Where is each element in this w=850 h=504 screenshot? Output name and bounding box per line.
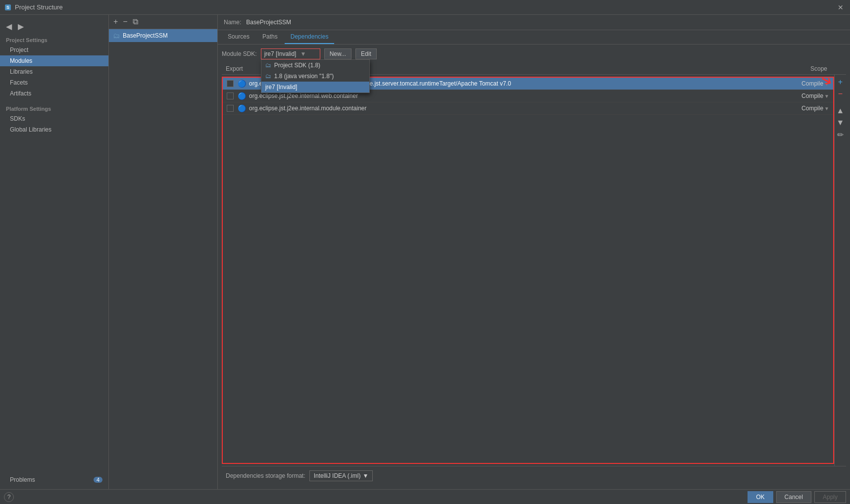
bottom-right: OK Cancel Apply	[748, 491, 846, 503]
back-button[interactable]: ◀	[4, 21, 14, 32]
dep-checkbox-1[interactable]	[227, 92, 234, 99]
sdk-row: Module SDK: jre7 [Invalid] ▼ 🗂 Project S…	[222, 48, 846, 59]
chevron-down-icon: ▼	[300, 50, 306, 57]
project-settings-label: Project Settings	[0, 34, 108, 45]
right-toolbar: + − ▲ ▼ ✏	[834, 75, 846, 466]
module-entry-baseprojectssm[interactable]: 🗂 BaseProjectSSM	[109, 29, 217, 42]
storage-dropdown-arrow: ▼	[362, 472, 368, 479]
tab-sources[interactable]: Sources	[222, 30, 255, 44]
dependencies-content: Module SDK: jre7 [Invalid] ▼ 🗂 Project S…	[218, 45, 850, 489]
edit-sdk-button[interactable]: Edit	[355, 48, 377, 59]
name-row: Name: BaseProjectSSM	[218, 15, 850, 30]
copy-module-button[interactable]: ⧉	[131, 17, 140, 27]
dep-scope-1[interactable]: Compile ▼	[801, 92, 829, 99]
storage-format-value: IntelliJ IDEA (.iml)	[314, 472, 361, 479]
tab-dependencies[interactable]: Dependencies	[285, 30, 335, 44]
dropdown-item-18[interactable]: 🗂 1.8 (java version "1.8")	[261, 71, 369, 82]
forward-button[interactable]: ▶	[16, 21, 26, 32]
help-button[interactable]: ?	[4, 492, 14, 502]
move-up-button[interactable]: ▲	[836, 105, 846, 116]
remove-module-button[interactable]: −	[121, 17, 129, 27]
cancel-button[interactable]: Cancel	[776, 491, 811, 503]
storage-format-row: Dependencies storage format: IntelliJ ID…	[222, 466, 846, 485]
folder-icon-18: 🗂	[265, 73, 271, 80]
tabs-row: Sources Paths Dependencies	[218, 30, 850, 45]
dep-name-1: org.eclipse.jst.j2ee.internal.web.contai…	[249, 92, 801, 99]
dep-icon-2: 🔵	[238, 104, 246, 112]
title-bar: S Project Structure ✕	[0, 0, 850, 15]
tab-paths[interactable]: Paths	[256, 30, 284, 44]
scope-header: Scope	[793, 65, 842, 72]
new-sdk-button[interactable]: New...	[324, 48, 351, 59]
sidebar-item-libraries[interactable]: Libraries	[0, 66, 108, 77]
add-dependency-button[interactable]: +	[836, 77, 846, 88]
sidebar-item-artifacts[interactable]: Artifacts	[0, 88, 108, 99]
dropdown-item-project-sdk[interactable]: 🗂 Project SDK (1.8)	[261, 60, 369, 71]
apply-button[interactable]: Apply	[814, 491, 846, 503]
sidebar-item-problems[interactable]: Problems 4	[0, 474, 108, 485]
sdk-dropdown-wrapper: jre7 [Invalid] ▼ 🗂 Project SDK (1.8) 🗂 1…	[261, 48, 320, 59]
dropdown-item-jre7[interactable]: jre7 [Invalid]	[261, 82, 369, 92]
sdk-label: Module SDK:	[222, 50, 257, 57]
dep-checkbox-2[interactable]	[227, 105, 234, 112]
dep-checkbox-0[interactable]	[227, 80, 234, 87]
table-row[interactable]: 🔵 org.eclipse.jst.j2ee.internal.module.c…	[223, 102, 833, 115]
content-area: Name: BaseProjectSSM Sources Paths Depen…	[218, 15, 850, 489]
sidebar-item-sdks[interactable]: SDKs	[0, 113, 108, 124]
deps-main: 🔵 org.eclipse.jst.server.core.container/…	[222, 75, 846, 466]
storage-format-label: Dependencies storage format:	[226, 472, 305, 479]
title-bar-content: S Project Structure	[4, 3, 63, 11]
storage-format-dropdown[interactable]: IntelliJ IDEA (.iml) ▼	[309, 470, 373, 481]
folder-icon-project-sdk: 🗂	[265, 62, 271, 69]
bottom-bar: ? OK Cancel Apply	[0, 489, 850, 504]
edit-dependency-button[interactable]: ✏	[836, 129, 846, 140]
dep-icon-0: 🔵	[238, 80, 246, 88]
scope-arrow-icon-2: ▼	[824, 106, 829, 111]
add-module-button[interactable]: +	[112, 17, 119, 27]
platform-settings-label: Platform Settings	[0, 103, 108, 113]
close-button[interactable]: ✕	[835, 2, 846, 12]
sidebar-item-facets[interactable]: Facets	[0, 77, 108, 88]
module-folder-icon: 🗂	[113, 32, 120, 40]
sidebar-item-modules[interactable]: Modules	[0, 55, 108, 66]
sdk-dropdown-menu: 🗂 Project SDK (1.8) 🗂 1.8 (java version …	[261, 59, 370, 93]
window-title: Project Structure	[15, 3, 63, 11]
scope-arrow-icon-1: ▼	[824, 93, 829, 99]
dep-scope-0[interactable]: Compile ▼	[801, 80, 829, 87]
name-value: BaseProjectSSM	[246, 19, 291, 26]
app-icon: S	[4, 3, 12, 11]
sidebar-item-global-libraries[interactable]: Global Libraries	[0, 124, 108, 135]
sidebar: ◀ ▶ Project Settings Project Modules Lib…	[0, 15, 109, 489]
sidebar-item-project[interactable]: Project	[0, 45, 108, 55]
scope-arrow-icon-0: ▼	[824, 81, 829, 87]
bottom-left: ?	[4, 492, 14, 502]
export-header: Export	[226, 65, 255, 72]
deps-table: 🔵 org.eclipse.jst.server.core.container/…	[222, 77, 834, 464]
dep-scope-2[interactable]: Compile ▼	[801, 105, 829, 112]
svg-text:S: S	[6, 5, 9, 10]
move-down-button[interactable]: ▼	[836, 117, 846, 128]
arrow-annotation: ➔	[817, 75, 835, 91]
remove-dependency-button[interactable]: −	[836, 89, 846, 99]
module-list-panel: + − ⧉ 🗂 BaseProjectSSM	[109, 15, 218, 489]
ok-button[interactable]: OK	[748, 491, 773, 503]
module-toolbar: + − ⧉	[109, 15, 217, 29]
sdk-dropdown[interactable]: jre7 [Invalid] ▼	[261, 48, 320, 59]
dep-icon-1: 🔵	[238, 92, 246, 100]
main-layout: ◀ ▶ Project Settings Project Modules Lib…	[0, 15, 850, 489]
name-label: Name:	[224, 19, 241, 26]
sdk-selected-value: jre7 [Invalid]	[264, 50, 297, 57]
dep-name-2: org.eclipse.jst.j2ee.internal.module.con…	[249, 105, 801, 112]
nav-row: ◀ ▶	[0, 19, 108, 34]
